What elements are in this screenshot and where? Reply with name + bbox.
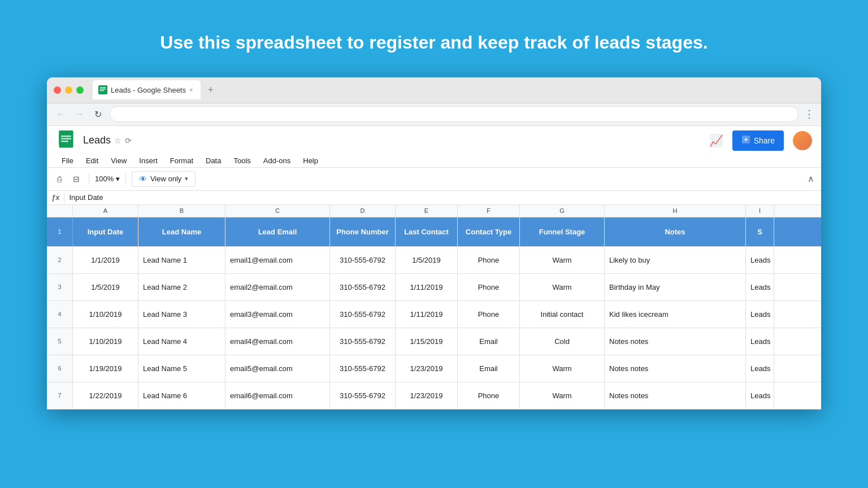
cell-last-contact[interactable]: 1/11/2019 — [396, 301, 458, 328]
cell-source[interactable]: Leads — [746, 328, 774, 355]
col-header-c[interactable]: C — [225, 205, 330, 217]
cell-contact-type[interactable]: Phone — [458, 247, 520, 273]
minimize-traffic-light[interactable] — [65, 86, 72, 94]
tab-close-button[interactable]: × — [189, 86, 193, 93]
header-cell-notes[interactable]: Notes — [605, 217, 746, 246]
header-cell-lead-name[interactable]: Lead Name — [138, 217, 225, 246]
cell-phone[interactable]: 310-555-6792 — [330, 355, 396, 382]
cell-contact-type[interactable]: Phone — [458, 301, 520, 328]
col-header-i[interactable]: I — [746, 205, 774, 217]
cell-input-date[interactable]: 1/10/2019 — [73, 328, 138, 355]
cell-input-date[interactable]: 1/5/2019 — [73, 274, 138, 300]
header-cell-contact-type[interactable]: Contact Type — [458, 217, 520, 246]
menu-addons[interactable]: Add-ons — [258, 154, 296, 167]
cell-lead-email[interactable]: email5@email.com — [225, 355, 330, 382]
cell-contact-type[interactable]: Email — [458, 328, 520, 355]
cell-lead-email[interactable]: email6@email.com — [225, 382, 330, 409]
cell-funnel-stage[interactable]: Warm — [520, 355, 605, 382]
cell-lead-name[interactable]: Lead Name 6 — [138, 382, 225, 409]
browser-menu-icon[interactable]: ⋮ — [804, 108, 814, 120]
col-header-e[interactable]: E — [396, 205, 458, 217]
cell-source[interactable]: Leads — [746, 355, 774, 382]
star-icon[interactable]: ☆ — [114, 136, 121, 145]
header-cell-lead-email[interactable]: Lead Email — [225, 217, 330, 246]
reload-button[interactable]: ↻ — [92, 108, 104, 121]
zoom-select[interactable]: 100% ▾ — [95, 175, 120, 183]
cell-source[interactable]: Leads — [746, 382, 774, 409]
cell-contact-type[interactable]: Phone — [458, 382, 520, 409]
cell-funnel-stage[interactable]: Warm — [520, 274, 605, 300]
menu-tools[interactable]: Tools — [228, 154, 256, 167]
cell-funnel-stage[interactable]: Warm — [520, 247, 605, 273]
trend-icon[interactable]: 📈 — [709, 134, 723, 147]
cell-lead-name[interactable]: Lead Name 5 — [138, 355, 225, 382]
cell-notes[interactable]: Kid likes icecream — [605, 301, 746, 328]
header-cell-input-date[interactable]: Input Date — [73, 217, 138, 246]
cell-lead-name[interactable]: Lead Name 2 — [138, 274, 225, 300]
col-header-b[interactable]: B — [138, 205, 225, 217]
cell-lead-name[interactable]: Lead Name 1 — [138, 247, 225, 273]
close-traffic-light[interactable] — [54, 86, 61, 94]
cell-input-date[interactable]: 1/19/2019 — [73, 355, 138, 382]
back-button[interactable]: ← — [54, 108, 67, 120]
cell-funnel-stage[interactable]: Cold — [520, 328, 605, 355]
browser-tab[interactable]: Leads - Google Sheets × — [93, 80, 201, 99]
cell-last-contact[interactable]: 1/15/2019 — [396, 328, 458, 355]
menu-help[interactable]: Help — [297, 154, 324, 167]
maximize-traffic-light[interactable] — [76, 86, 84, 94]
cell-source[interactable]: Leads — [746, 274, 774, 300]
cell-funnel-stage[interactable]: Warm — [520, 382, 605, 409]
cell-last-contact[interactable]: 1/23/2019 — [396, 382, 458, 409]
cell-source[interactable]: Leads — [746, 301, 774, 328]
header-cell-funnel-stage[interactable]: Funnel Stage — [520, 217, 605, 246]
cell-input-date[interactable]: 1/10/2019 — [73, 301, 138, 328]
col-header-d[interactable]: D — [330, 205, 396, 217]
cell-source[interactable]: Leads — [746, 247, 774, 273]
cell-lead-email[interactable]: email4@email.com — [225, 328, 330, 355]
header-cell-last-contact[interactable]: Last Contact — [396, 217, 458, 246]
history-icon[interactable]: ⟳ — [125, 136, 132, 145]
address-bar[interactable] — [110, 106, 798, 122]
header-cell-phone[interactable]: Phone Number — [330, 217, 396, 246]
filter-button[interactable]: ⊟ — [70, 173, 83, 185]
cell-notes[interactable]: Notes notes — [605, 382, 746, 409]
cell-lead-name[interactable]: Lead Name 4 — [138, 328, 225, 355]
cell-notes[interactable]: Notes notes — [605, 355, 746, 382]
menu-file[interactable]: File — [56, 154, 79, 167]
cell-last-contact[interactable]: 1/23/2019 — [396, 355, 458, 382]
cell-last-contact[interactable]: 1/11/2019 — [396, 274, 458, 300]
cell-phone[interactable]: 310-555-6792 — [330, 247, 396, 273]
cell-lead-email[interactable]: email2@email.com — [225, 274, 330, 300]
cell-notes[interactable]: Likely to buy — [605, 247, 746, 273]
cell-lead-email[interactable]: email3@email.com — [225, 301, 330, 328]
cell-last-contact[interactable]: 1/5/2019 — [396, 247, 458, 273]
menu-format[interactable]: Format — [164, 154, 199, 167]
cell-contact-type[interactable]: Email — [458, 355, 520, 382]
cell-notes[interactable]: Birthday in May — [605, 274, 746, 300]
cell-phone[interactable]: 310-555-6792 — [330, 274, 396, 300]
cell-input-date[interactable]: 1/1/2019 — [73, 247, 138, 273]
share-button[interactable]: Share — [732, 130, 784, 151]
new-tab-button[interactable]: + — [207, 84, 214, 96]
cell-lead-email[interactable]: email1@email.com — [225, 247, 330, 273]
view-only-button[interactable]: 👁 View only ▾ — [132, 171, 196, 187]
menu-edit[interactable]: Edit — [80, 154, 104, 167]
col-header-g[interactable]: G — [520, 205, 605, 217]
menu-data[interactable]: Data — [200, 154, 227, 167]
user-avatar[interactable] — [793, 131, 812, 150]
col-header-f[interactable]: F — [458, 205, 520, 217]
col-header-h[interactable]: H — [605, 205, 746, 217]
header-cell-s[interactable]: S — [746, 217, 774, 246]
forward-button[interactable]: → — [73, 108, 86, 120]
col-header-a[interactable]: A — [73, 205, 138, 217]
cell-notes[interactable]: Notes notes — [605, 328, 746, 355]
cell-phone[interactable]: 310-555-6792 — [330, 301, 396, 328]
cell-phone[interactable]: 310-555-6792 — [330, 382, 396, 409]
cell-contact-type[interactable]: Phone — [458, 274, 520, 300]
collapse-toolbar-button[interactable]: ∧ — [808, 174, 814, 184]
cell-phone[interactable]: 310-555-6792 — [330, 328, 396, 355]
menu-view[interactable]: View — [105, 154, 132, 167]
cell-lead-name[interactable]: Lead Name 3 — [138, 301, 225, 328]
print-button[interactable]: ⎙ — [54, 173, 65, 185]
cell-input-date[interactable]: 1/22/2019 — [73, 382, 138, 409]
